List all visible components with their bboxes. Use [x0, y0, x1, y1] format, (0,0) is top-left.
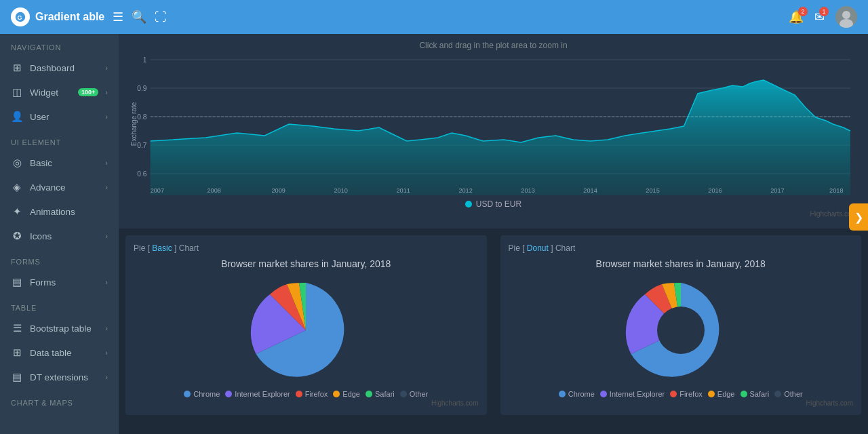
svg-text:0.8: 0.8	[137, 113, 147, 121]
pie-basic-bracket: Basic	[152, 243, 172, 253]
chevron-right-icon: ›	[105, 64, 108, 72]
chart-hint: Click and drag in the plot area to zoom …	[130, 41, 857, 50]
svg-point-29	[657, 307, 705, 354]
legend-firefox-d: Firefox	[670, 390, 703, 398]
safari-label-d: Safari	[750, 390, 770, 398]
sidebar-item-forms[interactable]: ▤ Forms ›	[0, 270, 119, 294]
sidebar-item-label: Icons	[30, 231, 98, 241]
pie-donut-heading: Browser market shares in January, 2018	[509, 258, 854, 269]
area-chart[interactable]: 1 0.9 0.8 0.7 0.6 2007 2008 2009 2010 20…	[130, 53, 857, 195]
svg-text:G: G	[18, 14, 22, 21]
sidebar-item-animations[interactable]: ✦ Animations	[0, 199, 119, 224]
chevron-right-icon: ›	[105, 324, 108, 332]
sidebar-item-label: Dashboard	[30, 63, 98, 73]
chevron-right-icon: ›	[105, 232, 108, 240]
pie-basic-chart[interactable]	[134, 276, 479, 384]
chevron-right-icon: ›	[105, 373, 108, 381]
chevron-right-icon: ›	[105, 159, 108, 167]
sidebar-section-navigation: navigation	[0, 34, 119, 56]
svg-text:2014: 2014	[583, 187, 597, 194]
pie-donut-legend: Chrome Internet Explorer Firefox Edge	[509, 390, 854, 398]
sidebar-item-data-table[interactable]: ⊞ Data table ›	[0, 340, 119, 365]
sidebar-item-label: User	[30, 112, 98, 122]
legend-firefox: Firefox	[296, 390, 328, 398]
sidebar-item-advance[interactable]: ◈ Advance ›	[0, 175, 119, 199]
legend-other: Other	[400, 390, 429, 398]
firefox-dot	[296, 391, 302, 397]
pie-basic-legend: Chrome Internet Explorer Firefox Edge	[134, 390, 479, 398]
svg-text:2012: 2012	[458, 187, 472, 194]
sidebar-section-charts: chart & maps	[0, 389, 119, 411]
safari-dot	[366, 391, 372, 397]
mail-badge: 1	[819, 7, 829, 16]
main-content: Click and drag in the plot area to zoom …	[119, 34, 868, 434]
sidebar-section-ui: ui element	[0, 129, 119, 151]
expand-button[interactable]: ⛶	[155, 10, 167, 24]
svg-text:Exchange rate: Exchange rate	[130, 102, 138, 146]
sidebar-item-widget[interactable]: ◫ Widget 100+ ›	[0, 80, 119, 104]
menu-button[interactable]: ☰	[113, 9, 123, 24]
pie-basic-svg	[248, 276, 363, 384]
logo-text: Gradient able	[35, 11, 104, 23]
pie-basic-label: Pie	[134, 243, 145, 253]
sidebar-section-table: table	[0, 294, 119, 316]
svg-text:2011: 2011	[396, 187, 410, 194]
chevron-right-icon: ›	[105, 278, 108, 286]
ie-label-d: Internet Explorer	[610, 390, 665, 398]
chevron-right-icon: ›	[105, 113, 108, 121]
legend-chrome-d: Chrome	[559, 390, 595, 398]
dt-extensions-icon: ▤	[11, 371, 23, 383]
ie-label: Internet Explorer	[235, 390, 290, 398]
sidebar-item-user[interactable]: 👤 User ›	[0, 104, 119, 129]
pie-donut-suffix: Chart	[555, 243, 575, 253]
scroll-right-button[interactable]: ❯	[849, 203, 868, 231]
legend-safari: Safari	[366, 390, 395, 398]
logo-icon: G	[11, 7, 30, 26]
notification-button[interactable]: 🔔 2	[789, 9, 804, 24]
pie-donut-chart[interactable]	[509, 276, 854, 384]
edge-label-d: Edge	[717, 390, 735, 398]
sidebar-item-dt-extensions[interactable]: ▤ DT extensions ›	[0, 365, 119, 389]
chevron-right-icon: ›	[105, 88, 108, 96]
sidebar-item-icons[interactable]: ✪ Icons ›	[0, 224, 119, 248]
legend-ie: Internet Explorer	[225, 390, 290, 398]
sidebar-item-bootstrap-table[interactable]: ☰ Bootstrap table ›	[0, 316, 119, 340]
pie-donut-label: Pie	[509, 243, 520, 253]
legend-dot-usd	[465, 201, 472, 208]
legend-ie-d: Internet Explorer	[600, 390, 665, 398]
mail-button[interactable]: ✉ 1	[814, 9, 825, 24]
legend-safari-d: Safari	[741, 390, 770, 398]
bootstrap-table-icon: ☰	[11, 322, 23, 334]
sidebar-section-forms: forms	[0, 248, 119, 270]
area-chart-svg: 1 0.9 0.8 0.7 0.6 2007 2008 2009 2010 20…	[130, 53, 857, 195]
pie-donut-bracket: Donut	[527, 243, 549, 253]
avatar[interactable]	[835, 6, 857, 28]
sidebar-item-dashboard[interactable]: ⊞ Dashboard ›	[0, 56, 119, 80]
legend-edge: Edge	[333, 390, 360, 398]
pie-basic-credit: Highcharts.com	[134, 399, 479, 407]
chevron-right-icon: ›	[105, 183, 108, 191]
icons-icon: ✪	[11, 230, 23, 242]
notification-badge: 2	[798, 7, 808, 16]
sidebar-item-label: Forms	[30, 277, 98, 288]
sidebar-item-basic[interactable]: ◎ Basic ›	[0, 151, 119, 175]
legend-edge-d: Edge	[708, 390, 735, 398]
search-button[interactable]: 🔍	[132, 9, 146, 24]
firefox-dot-d	[670, 391, 677, 397]
chrome-label-d: Chrome	[568, 390, 595, 398]
svg-text:2016: 2016	[708, 187, 722, 194]
legend-label-usd: USD to EUR	[476, 199, 521, 209]
widget-badge: 100+	[78, 88, 98, 96]
area-chart-credit: Highcharts.com	[130, 210, 857, 218]
chrome-dot	[184, 391, 191, 397]
svg-text:0.9: 0.9	[137, 85, 147, 92]
svg-text:2015: 2015	[646, 187, 659, 194]
svg-text:2017: 2017	[770, 187, 784, 194]
svg-text:2007: 2007	[151, 187, 164, 194]
chevron-right-icon: ›	[105, 349, 108, 357]
sidebar: navigation ⊞ Dashboard › ◫ Widget 100+ ›…	[0, 34, 119, 434]
ie-dot	[225, 391, 232, 397]
area-chart-legend: USD to EUR	[130, 199, 857, 209]
safari-label: Safari	[375, 390, 395, 398]
other-dot-d	[774, 391, 781, 397]
